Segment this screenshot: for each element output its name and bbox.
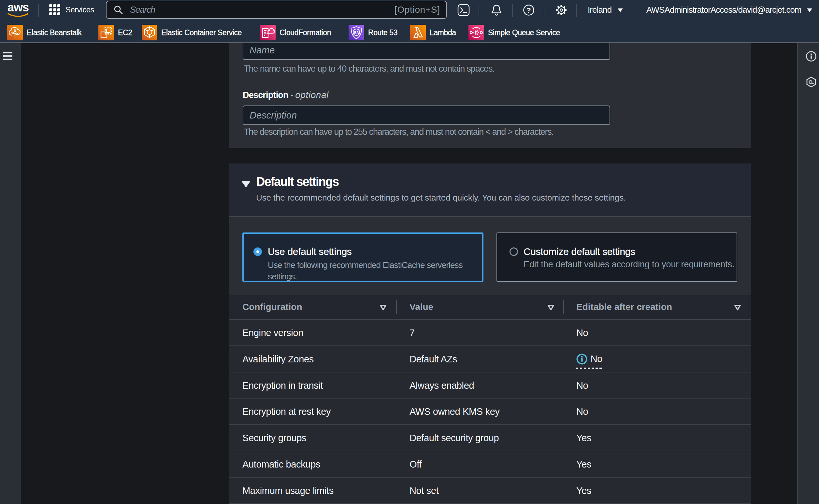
svg-text:aws: aws [7,2,29,14]
svg-text:53: 53 [354,30,359,35]
svg-text:?: ? [527,6,531,14]
